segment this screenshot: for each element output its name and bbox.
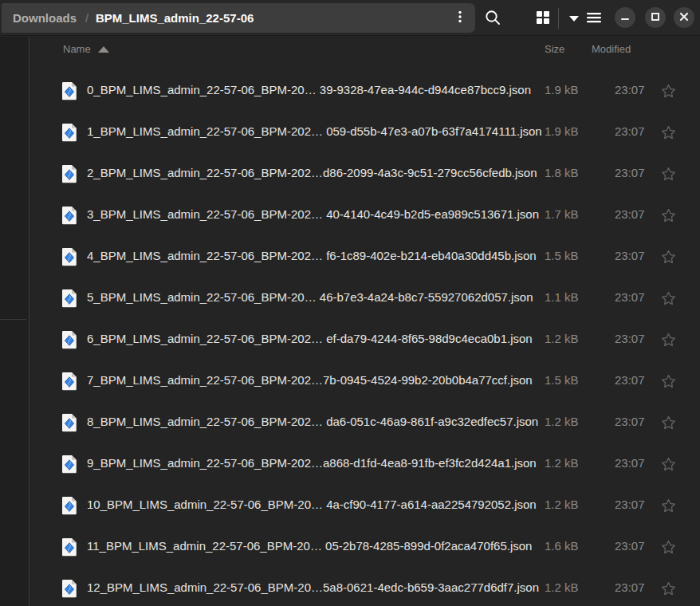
file-modified-time: 23:07 [615, 498, 645, 511]
breadcrumb-separator: / [85, 12, 88, 25]
file-name: 1_BPM_LIMS_admin_22-57-06_BPM-202… 059-d… [87, 124, 542, 138]
json-file-icon [60, 289, 79, 308]
path-bar: Downloads / BPM_LIMS_admin_22-57-06 [2, 3, 475, 33]
file-name: 8_BPM_LIMS_admin_22-57-06_BPM-202… da6-0… [87, 415, 538, 428]
star-icon[interactable] [657, 81, 679, 101]
star-icon[interactable] [657, 537, 679, 557]
file-name: 10_BPM_LIMS_admin_22-57-06_BPM-20… 4a-cf… [87, 498, 537, 511]
file-size: 1.5 kB [545, 373, 579, 387]
breadcrumb-parent[interactable]: Downloads [13, 11, 77, 25]
file-modified-time: 23:07 [615, 166, 645, 179]
star-icon[interactable] [657, 578, 679, 599]
file-name: 3_BPM_LIMS_admin_22-57-06_BPM-202… 40-41… [87, 207, 539, 221]
kebab-menu-icon [453, 10, 467, 26]
json-file-icon [60, 123, 79, 142]
file-name: 5_BPM_LIMS_admin_22-57-06_BPM-20… 46-b7e… [87, 290, 533, 304]
file-name: 6_BPM_LIMS_admin_22-57-06_BPM-202… ef-da… [87, 332, 533, 345]
file-modified-time: 23:07 [615, 332, 645, 345]
main-menu-button[interactable] [580, 4, 608, 33]
json-file-icon [60, 413, 79, 432]
file-list-view: Name Size Modified 0_BPM_LIMS_admin_22-5… [30, 37, 700, 606]
file-row[interactable]: 7_BPM_LIMS_admin_22-57-06_BPM-202…7b-094… [30, 360, 700, 402]
json-file-icon [60, 330, 79, 349]
file-modified-time: 23:07 [615, 456, 645, 470]
file-name: 2_BPM_LIMS_admin_22-57-06_BPM-202…d86-20… [87, 166, 537, 179]
file-size: 1.2 kB [545, 332, 579, 345]
folder-options-button[interactable] [445, 3, 475, 33]
file-size: 1.1 kB [545, 290, 579, 304]
star-icon[interactable] [657, 122, 679, 143]
column-name-label: Name [63, 43, 91, 55]
json-file-icon [60, 579, 79, 598]
maximize-icon [651, 12, 660, 24]
file-row[interactable]: 1_BPM_LIMS_admin_22-57-06_BPM-202… 059-d… [30, 112, 700, 153]
file-size: 1.7 kB [545, 207, 579, 221]
file-name: 9_BPM_LIMS_admin_22-57-06_BPM-202…a868-d… [87, 456, 537, 470]
file-modified-time: 23:07 [615, 207, 645, 221]
file-row[interactable]: 10_BPM_LIMS_admin_22-57-06_BPM-20… 4a-cf… [30, 485, 700, 526]
json-file-icon [60, 454, 79, 474]
column-header-name[interactable]: Name [63, 43, 109, 55]
star-icon[interactable] [657, 495, 679, 516]
search-icon [484, 9, 501, 29]
file-size: 1.9 kB [545, 124, 579, 138]
minimize-icon [620, 12, 630, 24]
file-name: 4_BPM_LIMS_admin_22-57-06_BPM-202… f6-1c… [87, 249, 537, 262]
json-file-icon [60, 496, 79, 515]
star-icon[interactable] [657, 329, 679, 350]
sort-ascending-icon [98, 46, 109, 53]
file-modified-time: 23:07 [615, 290, 645, 304]
file-row[interactable]: 6_BPM_LIMS_admin_22-57-06_BPM-202… ef-da… [30, 319, 700, 360]
column-header-size[interactable]: Size [545, 43, 564, 55]
file-name: 12_BPM_LIMS_admin_22-57-06_BPM-20…5a8-06… [87, 580, 539, 594]
star-icon[interactable] [657, 205, 679, 226]
file-modified-time: 23:07 [615, 83, 645, 96]
file-name: 0_BPM_LIMS_admin_22-57-06_BPM-20… 39-932… [87, 83, 531, 96]
file-row[interactable]: 9_BPM_LIMS_admin_22-57-06_BPM-202…a868-d… [30, 443, 700, 485]
file-row[interactable]: 0_BPM_LIMS_admin_22-57-06_BPM-20… 39-932… [30, 70, 700, 112]
star-icon[interactable] [657, 412, 679, 433]
json-file-icon [60, 372, 79, 391]
json-file-icon [60, 537, 79, 557]
window-minimize-button[interactable] [615, 7, 635, 28]
json-file-icon [60, 247, 79, 266]
file-row[interactable]: 8_BPM_LIMS_admin_22-57-06_BPM-202… da6-0… [30, 402, 700, 443]
window-close-button[interactable] [674, 7, 694, 28]
close-icon [679, 12, 689, 24]
file-size: 1.2 kB [545, 580, 579, 594]
json-file-icon [60, 164, 79, 183]
file-row[interactable]: 4_BPM_LIMS_admin_22-57-06_BPM-202… f6-1c… [30, 236, 700, 277]
file-row[interactable]: 3_BPM_LIMS_admin_22-57-06_BPM-202… 40-41… [30, 195, 700, 236]
file-modified-time: 23:07 [615, 124, 645, 138]
window-maximize-button[interactable] [645, 7, 666, 28]
grid-view-icon [535, 10, 551, 28]
file-size: 1.2 kB [545, 456, 579, 470]
breadcrumb-current-folder[interactable]: BPM_LIMS_admin_22-57-06 [96, 11, 254, 25]
chevron-down-icon [568, 13, 580, 25]
star-icon[interactable] [657, 371, 679, 392]
star-icon[interactable] [657, 454, 679, 474]
file-row[interactable]: 2_BPM_LIMS_admin_22-57-06_BPM-202…d86-20… [30, 153, 700, 195]
column-header-modified[interactable]: Modified [592, 43, 631, 55]
file-size: 1.2 kB [545, 498, 579, 511]
window-content: Name Size Modified 0_BPM_LIMS_admin_22-5… [0, 37, 700, 606]
file-size: 1.8 kB [545, 166, 579, 179]
file-row[interactable]: 12_BPM_LIMS_admin_22-57-06_BPM-20…5a8-06… [30, 568, 700, 606]
star-icon[interactable] [657, 288, 679, 309]
file-modified-time: 23:07 [615, 580, 645, 594]
file-modified-time: 23:07 [615, 249, 645, 262]
star-icon[interactable] [657, 163, 679, 184]
file-row[interactable]: 11_BPM_LIMS_admin_22-57-06_BPM-20… 05-2b… [30, 526, 700, 568]
json-file-icon [60, 81, 79, 100]
file-row[interactable]: 5_BPM_LIMS_admin_22-57-06_BPM-20… 46-b7e… [30, 277, 700, 319]
file-size: 1.6 kB [545, 539, 579, 553]
header-bar: Downloads / BPM_LIMS_admin_22-57-06 [0, 0, 700, 36]
sidebar [0, 37, 29, 606]
file-name: 11_BPM_LIMS_admin_22-57-06_BPM-20… 05-2b… [87, 539, 532, 553]
json-file-icon [60, 206, 79, 225]
search-button[interactable] [478, 4, 507, 33]
file-modified-time: 23:07 [615, 415, 645, 428]
file-rows: 0_BPM_LIMS_admin_22-57-06_BPM-20… 39-932… [30, 70, 700, 606]
grid-view-button[interactable] [528, 4, 558, 33]
star-icon[interactable] [657, 246, 679, 267]
